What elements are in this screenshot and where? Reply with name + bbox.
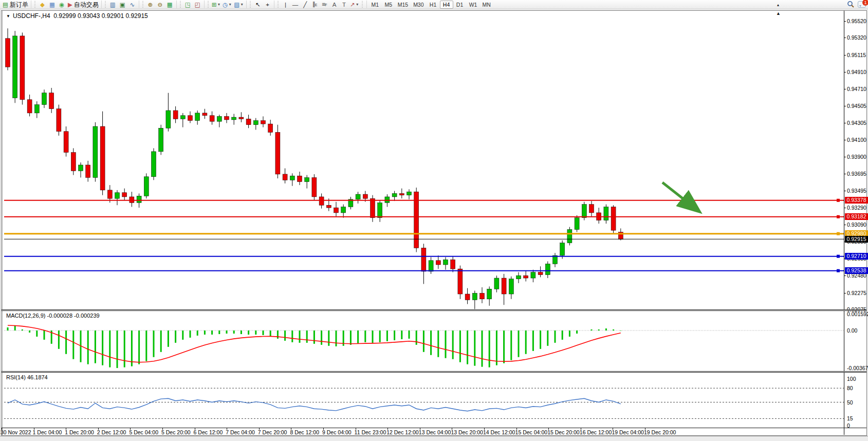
- indicators-icon: ◳: [185, 1, 191, 9]
- price-axis-tick: [844, 225, 846, 225]
- rsi-pane[interactable]: [4, 373, 844, 428]
- period-icon[interactable]: ◷▼: [221, 1, 233, 9]
- price-axis-label: 0.94305: [847, 120, 866, 126]
- timeframe-toolbar: M1M5M15M30H1H4D1W1MN: [365, 1, 493, 9]
- text-icon[interactable]: A: [329, 1, 339, 9]
- price-axis-tick: [844, 191, 846, 191]
- price-badge: 0.93182: [845, 213, 868, 220]
- indicators-icon[interactable]: ◳: [183, 1, 193, 9]
- time-axis-tick: [323, 428, 324, 430]
- label-icon[interactable]: T: [339, 1, 349, 9]
- toolbar-grip[interactable]: [249, 1, 252, 8]
- timeframe-m30[interactable]: M30: [411, 1, 426, 9]
- time-axis-tick: [356, 428, 356, 430]
- timeframe-h4[interactable]: H4: [440, 1, 453, 9]
- timeframe-mn[interactable]: MN: [480, 1, 493, 9]
- time-axis-label: 1 Dec 20:00: [65, 429, 94, 435]
- chart-title: ▼USDCHF-,H4 0.92999 0.93043 0.92901 0.92…: [6, 12, 148, 20]
- arrows-icon[interactable]: ↗▼: [349, 1, 360, 9]
- time-axis-tick: [162, 428, 163, 430]
- chevron-down-icon: ▼: [356, 1, 359, 9]
- candlestick-chart-icon[interactable]: ▣: [118, 1, 127, 9]
- toolbar-grip[interactable]: [179, 1, 182, 8]
- bar-chart-icon[interactable]: ▥: [108, 1, 118, 9]
- time-axis-label: 19 Dec 20:00: [644, 429, 676, 435]
- fibonacci-icon[interactable]: ≡F: [320, 1, 329, 9]
- time-axis-label: 11 Dec 23:00: [355, 429, 386, 435]
- zoom-out-icon[interactable]: ⊖: [155, 1, 165, 9]
- timeframe-m15[interactable]: M15: [395, 1, 411, 9]
- search-icon[interactable]: [847, 1, 855, 8]
- timeframe-h1[interactable]: H1: [427, 1, 440, 9]
- line-chart-icon[interactable]: ∿: [127, 1, 137, 9]
- time-axis-tick: [291, 428, 291, 430]
- signals-icon[interactable]: ◉: [57, 1, 67, 9]
- notification-badge: 1: [862, 0, 868, 6]
- time-axis-tick: [645, 428, 645, 430]
- period-icon: ◷: [223, 1, 228, 9]
- price-axis-label: 0.93495: [847, 188, 866, 194]
- data-window-icon[interactable]: ▦: [47, 1, 57, 9]
- price-axis-label: 0.93695: [847, 171, 866, 177]
- time-axis-label: 2 Dec 12:00: [97, 429, 126, 435]
- price-axis-tick: [844, 72, 846, 72]
- timeframe-d1[interactable]: D1: [453, 1, 467, 9]
- add-indicator-icon[interactable]: ⊞▼: [211, 1, 222, 9]
- chevron-down-icon: ▼: [217, 1, 220, 9]
- time-axis-label: 13 Dec 04:00: [419, 429, 451, 435]
- vertical-line-icon[interactable]: |: [281, 1, 290, 9]
- pane-separator-rsi[interactable]: [2, 371, 866, 373]
- tile-windows-icon: ▦: [167, 1, 173, 9]
- cursor-icon[interactable]: ↖: [253, 1, 263, 9]
- channel-icon[interactable]: ∥E: [310, 1, 320, 9]
- annotation-arrow-down: [662, 182, 696, 209]
- auto-trading-button[interactable]: ▶自动交易: [67, 1, 100, 9]
- price-axis-label: 0.93090: [847, 222, 866, 228]
- toolbar-grip[interactable]: [104, 1, 107, 8]
- time-axis-label: 9 Dec 04:00: [322, 429, 352, 435]
- time-axis-tick: [227, 428, 227, 430]
- toolbar-grip[interactable]: [142, 1, 144, 8]
- new-order-button[interactable]: ▤新订单: [2, 1, 29, 9]
- time-axis-tick: [387, 428, 388, 430]
- toolbar-grip[interactable]: [34, 1, 36, 8]
- time-axis-tick: [34, 428, 34, 430]
- objects-list-icon[interactable]: ◰: [193, 1, 202, 9]
- toolbar-grip[interactable]: [361, 1, 364, 8]
- time-axis-separator: [2, 428, 866, 428]
- timeframe-m5[interactable]: M5: [382, 1, 395, 9]
- market-watch-icon[interactable]: ◆: [38, 1, 47, 9]
- timeframe-m1[interactable]: M1: [368, 1, 382, 9]
- chart-shift-marker[interactable]: ▲: [776, 11, 781, 16]
- price-badge: 0.92538: [845, 267, 868, 274]
- toolbar-overflow-icon[interactable]: ▴: [777, 3, 779, 7]
- macd-values: -0.000028 -0.000239: [47, 313, 99, 319]
- line-chart-icon: ∿: [130, 1, 135, 9]
- crosshair-icon: +: [266, 1, 269, 9]
- rsi-axis-label: 50: [847, 399, 853, 406]
- timeframe-w1[interactable]: W1: [467, 1, 480, 9]
- template-icon[interactable]: ▧▼: [233, 1, 245, 9]
- notifications-icon[interactable]: 1: [858, 1, 866, 8]
- time-axis-tick: [66, 428, 66, 430]
- price-axis-tick: [844, 275, 846, 276]
- price-chart-pane[interactable]: [4, 11, 844, 310]
- toolbar-grip[interactable]: [207, 1, 210, 8]
- crosshair-icon[interactable]: +: [263, 1, 272, 9]
- pane-separator-macd[interactable]: [2, 309, 866, 311]
- horizontal-line-icon[interactable]: —: [290, 1, 300, 9]
- window-menu-icon[interactable]: ▼: [6, 14, 10, 19]
- market-watch-icon: ◆: [40, 1, 45, 9]
- time-axis-label: 5 Dec 20:00: [161, 429, 191, 435]
- price-axis-label: 0.94710: [847, 86, 866, 92]
- price-axis-tick: [844, 293, 846, 293]
- zoom-in-icon[interactable]: ⊕: [145, 1, 155, 9]
- toolbar-grip[interactable]: [277, 1, 280, 8]
- tile-windows-icon[interactable]: ▦: [165, 1, 175, 9]
- time-axis-label: 13 Dec 20:00: [451, 429, 483, 435]
- objects-list-icon: ◰: [195, 1, 200, 9]
- time-axis-tick: [98, 428, 99, 430]
- macd-pane[interactable]: [4, 311, 844, 372]
- time-axis-label: 7 Dec 04:00: [226, 429, 255, 435]
- trendline-icon[interactable]: ╱: [300, 1, 310, 9]
